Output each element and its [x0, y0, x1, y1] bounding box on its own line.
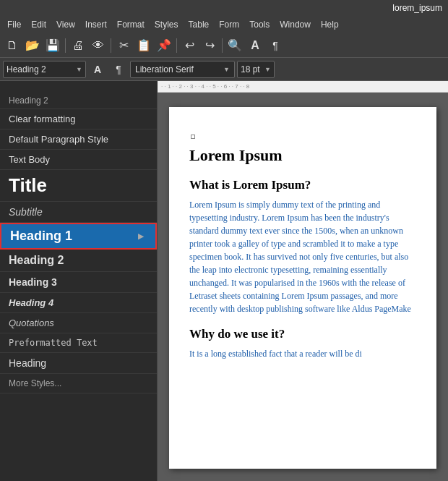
ruler: · · 1 · · 2 · · 3 · · 4 · · 5 · · 6 · · …	[158, 81, 448, 93]
sep3	[176, 38, 177, 53]
style-item-textbody[interactable]: Text Body	[0, 150, 157, 170]
copy-btn[interactable]: 📋	[134, 36, 153, 55]
doc-section2-heading: Why do we use it?	[189, 327, 416, 341]
h1-row: Heading 1 ▶	[10, 229, 147, 244]
cursor-indicator	[191, 135, 195, 139]
style-item-h4[interactable]: Heading 4	[0, 293, 157, 313]
menu-view[interactable]: View	[52, 18, 79, 31]
menu-styles[interactable]: Styles	[150, 18, 183, 31]
formatbar: Heading 2 ▼ A ¶ Liberation Serif ▼ 18 pt…	[0, 58, 448, 81]
fontcolor-btn[interactable]: A	[246, 36, 264, 55]
pilcrow-btn[interactable]: ¶	[266, 36, 285, 55]
char-style-btn[interactable]: A	[88, 61, 107, 78]
size-selector[interactable]: 18 pt ▼	[237, 61, 275, 78]
doc-section2-body: It is a long established fact that a rea…	[189, 347, 416, 360]
doc-section1-heading: What is Lorem Ipsum?	[189, 178, 416, 192]
style-item-h3[interactable]: Heading 3	[0, 272, 157, 293]
ruler-label: · · 1 · · 2 · · 3 · · 4 · · 5 · · 6 · · …	[161, 83, 249, 90]
menu-edit[interactable]: Edit	[27, 18, 51, 31]
menu-window[interactable]: Window	[275, 18, 315, 31]
ruler-inner: · · 1 · · 2 · · 3 · · 4 · · 5 · · 6 · · …	[158, 81, 448, 92]
open-btn[interactable]: 📂	[23, 36, 42, 55]
save-btn[interactable]: 💾	[43, 36, 62, 55]
font-value: Liberation Serif	[135, 64, 194, 75]
style-item-subtitle[interactable]: Subtitle	[0, 202, 157, 223]
titlebar-text: lorem_ipsum	[392, 3, 442, 13]
style-item-more[interactable]: More Styles...	[0, 374, 157, 393]
font-selector[interactable]: Liberation Serif ▼	[130, 61, 235, 78]
titlebar: lorem_ipsum	[0, 0, 448, 16]
menu-table[interactable]: Table	[184, 18, 214, 31]
doc-section1-body: Lorem Ipsum is simply dummy text of the …	[189, 198, 416, 315]
menubar: File Edit View Insert Format Styles Tabl…	[0, 16, 448, 33]
undo-btn[interactable]: ↩	[180, 36, 199, 55]
print-btn[interactable]: 🖨	[69, 36, 87, 55]
para-style-btn[interactable]: ¶	[109, 61, 128, 78]
sep4	[222, 38, 223, 53]
style-item-title[interactable]: Title	[0, 170, 157, 202]
sep2	[111, 38, 111, 53]
menu-format[interactable]: Format	[113, 18, 149, 31]
doc-title: Lorem Ipsum	[189, 146, 416, 165]
style-item-h2[interactable]: Heading 2	[0, 250, 157, 272]
menu-file[interactable]: File	[3, 18, 25, 31]
find-btn[interactable]: 🔍	[225, 36, 244, 55]
new-doc-btn[interactable]: 🗋	[3, 36, 22, 55]
style-item-preformatted[interactable]: Preformatted Text	[0, 333, 157, 353]
font-chevron-icon: ▼	[223, 66, 230, 73]
h1-expand-icon[interactable]: ▶	[135, 232, 147, 240]
document-page: Lorem Ipsum What is Lorem Ipsum? Lorem I…	[169, 107, 436, 469]
preview-btn[interactable]: 👁	[89, 36, 108, 55]
menu-help[interactable]: Help	[316, 18, 343, 31]
paste-btn[interactable]: 📌	[155, 36, 173, 55]
style-item-clear[interactable]: Clear formatting	[0, 109, 157, 129]
toolbar: 🗋 📂 💾 🖨 👁 ✂ 📋 📌 ↩ ↪ 🔍 A ¶	[0, 33, 448, 58]
style-selector[interactable]: Heading 2 ▼	[3, 61, 86, 78]
style-value: Heading 2	[7, 64, 46, 75]
style-panel: Heading 2 Clear formatting Default Parag…	[0, 93, 158, 481]
style-item-h1[interactable]: Heading 1 ▶	[0, 223, 157, 250]
style-item-heading2[interactable]: Heading 2	[0, 93, 157, 109]
style-chevron-icon: ▼	[76, 66, 82, 73]
menu-tools[interactable]: Tools	[245, 18, 274, 31]
style-item-default[interactable]: Default Paragraph Style	[0, 129, 157, 150]
main-layout: Heading 2 Clear formatting Default Parag…	[0, 93, 448, 481]
sep1	[65, 38, 66, 53]
style-item-quotations[interactable]: Quotations	[0, 313, 157, 333]
menu-form[interactable]: Form	[215, 18, 244, 31]
size-value: 18 pt	[241, 64, 260, 75]
menu-insert[interactable]: Insert	[81, 18, 111, 31]
document-area: Lorem Ipsum What is Lorem Ipsum? Lorem I…	[158, 93, 448, 481]
redo-btn[interactable]: ↪	[200, 36, 219, 55]
size-chevron-icon: ▼	[264, 66, 271, 73]
style-item-heading[interactable]: Heading	[0, 353, 157, 374]
cut-btn[interactable]: ✂	[114, 36, 133, 55]
cursor-area	[189, 129, 416, 142]
